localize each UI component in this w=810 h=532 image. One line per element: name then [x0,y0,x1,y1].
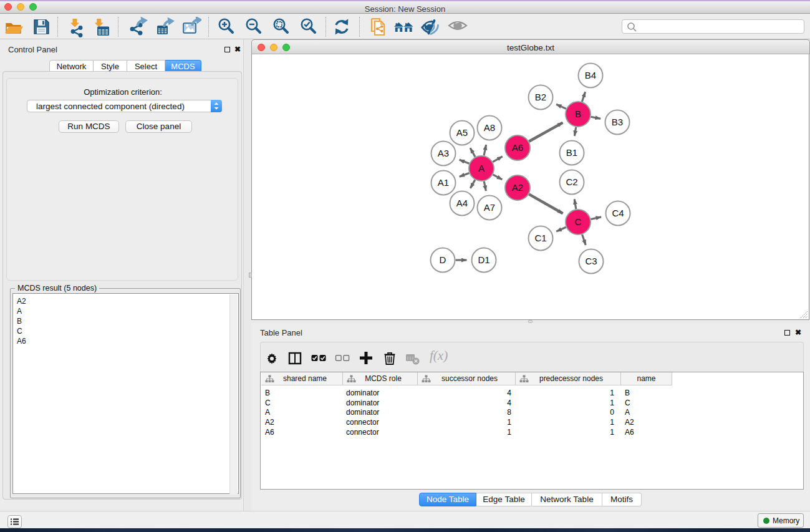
svg-text:A1: A1 [438,177,449,188]
svg-text:D1: D1 [478,254,489,265]
svg-text:B4: B4 [585,70,596,80]
svg-text:B3: B3 [612,117,623,127]
svg-text:B1: B1 [566,147,577,158]
svg-text:A8: A8 [484,122,495,133]
svg-text:C: C [575,216,582,227]
svg-text:A2: A2 [512,182,523,193]
svg-text:B2: B2 [535,92,546,102]
svg-text:C4: C4 [612,208,624,218]
svg-text:A5: A5 [456,127,468,138]
svg-text:A: A [478,163,485,173]
svg-text:C1: C1 [534,233,546,243]
svg-text:A3: A3 [438,148,449,158]
svg-text:A4: A4 [456,198,468,208]
svg-text:B: B [575,109,581,119]
svg-text:A7: A7 [484,202,495,213]
svg-text:D: D [440,254,446,265]
svg-text:C2: C2 [566,177,577,187]
svg-text:A6: A6 [512,142,523,153]
svg-text:C3: C3 [585,256,597,266]
